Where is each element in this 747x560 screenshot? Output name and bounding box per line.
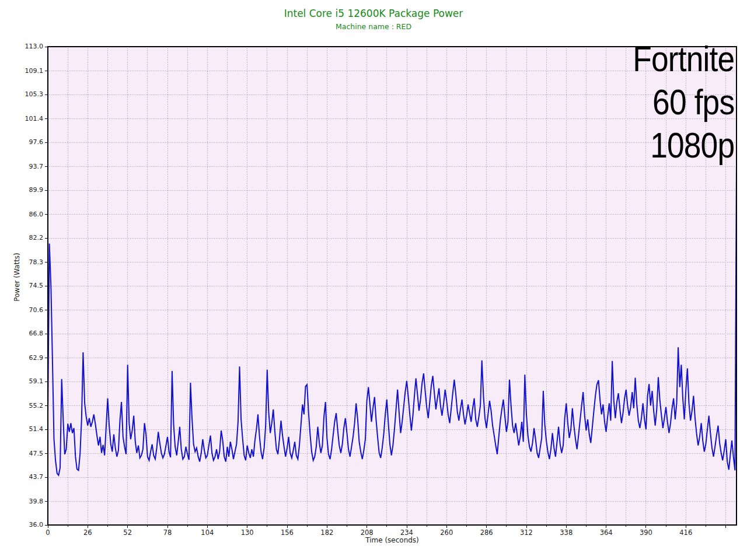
y-tick-label: 70.6 — [0, 306, 43, 314]
y-tick-label: 86.0 — [0, 211, 43, 218]
overlay-fps-label: 60 fps — [633, 80, 734, 124]
overlay-resolution-label: 1080p — [633, 124, 734, 167]
x-tick-label: 78 — [153, 528, 181, 537]
x-tick-label: 390 — [632, 528, 660, 537]
x-tick-label: 156 — [273, 528, 301, 537]
scenario-overlay: Fortnite 60 fps 1080p — [633, 37, 734, 167]
x-tick-label: 104 — [193, 528, 221, 537]
y-tick-label: 89.9 — [0, 186, 43, 194]
y-tick-label: 36.0 — [0, 521, 43, 528]
y-tick-label: 93.7 — [0, 163, 43, 170]
x-tick-label: 0 — [34, 528, 62, 537]
y-tick-label: 55.2 — [0, 402, 43, 410]
y-tick-label: 97.6 — [0, 138, 43, 146]
x-tick-label: 26 — [74, 528, 102, 537]
y-tick-label: 105.3 — [0, 90, 43, 98]
power-chart-canvas: Intel Core i5 12600K Package Power Machi… — [0, 0, 747, 560]
x-tick-label: 234 — [393, 528, 421, 537]
overlay-game-label: Fortnite — [633, 37, 734, 80]
y-tick-label: 39.8 — [0, 498, 43, 505]
y-tick-label: 51.4 — [0, 425, 43, 433]
y-tick-label: 82.2 — [0, 234, 43, 242]
x-tick-label: 364 — [592, 528, 620, 537]
y-tick-label: 62.9 — [0, 354, 43, 362]
x-tick-label: 208 — [353, 528, 381, 537]
x-tick-label: 130 — [233, 528, 261, 537]
y-tick-label: 101.4 — [0, 115, 43, 123]
x-axis-label: Time (seconds) — [48, 536, 736, 544]
x-tick-label: 338 — [552, 528, 580, 537]
y-tick-label: 66.8 — [0, 330, 43, 337]
y-tick-label: 59.1 — [0, 377, 43, 385]
y-tick-label: 109.1 — [0, 67, 43, 75]
x-tick-label: 416 — [672, 528, 700, 537]
y-tick-label: 74.5 — [0, 282, 43, 289]
y-tick-label: 78.3 — [0, 258, 43, 266]
y-tick-label: 113.0 — [0, 43, 43, 50]
x-tick-label: 182 — [313, 528, 341, 537]
y-tick-label: 43.7 — [0, 473, 43, 481]
y-tick-label: 47.5 — [0, 450, 43, 457]
y-axis-label: Power (Watts) — [13, 239, 21, 315]
x-tick-label: 52 — [114, 528, 142, 537]
x-tick-label: 312 — [512, 528, 540, 537]
x-tick-label: 260 — [432, 528, 460, 537]
x-tick-label: 286 — [473, 528, 501, 537]
